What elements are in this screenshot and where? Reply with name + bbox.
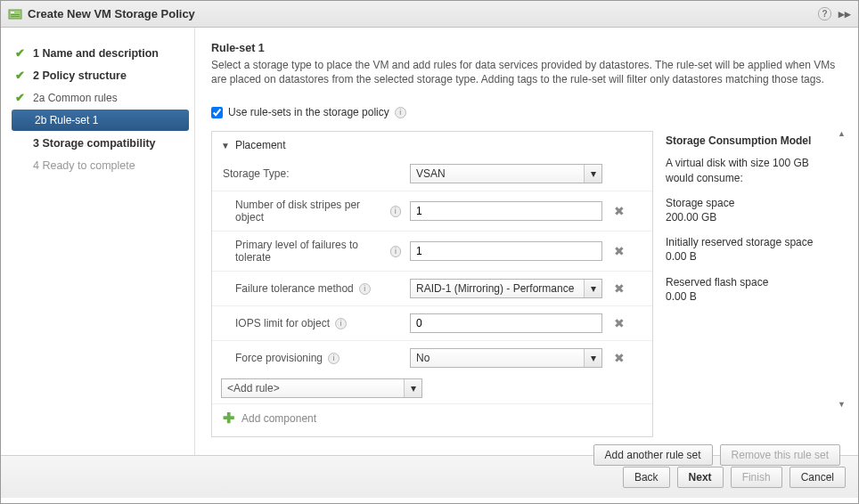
storage-consumption-panel: Storage Consumption Model A virtual disk… (666, 131, 842, 437)
content-heading: Rule-set 1 (211, 42, 842, 54)
add-component-row[interactable]: ✚ Add component (212, 403, 652, 433)
nav-label: 3 Storage compatibility (33, 137, 156, 150)
stripes-label: Number of disk stripes per object (235, 199, 385, 224)
info-icon[interactable]: i (328, 353, 340, 364)
section-title: Placement (235, 139, 286, 151)
use-rulesets-label: Use rule-sets in the storage policy (228, 106, 389, 118)
clear-icon[interactable]: ✖ (611, 243, 627, 259)
expand-icon[interactable]: ▸▸ (839, 7, 851, 20)
ftm-select[interactable]: RAID-1 (Mirroring) - Performance ▾ (410, 279, 602, 298)
title-bar: Create New VM Storage Policy ? ▸▸ (1, 1, 858, 28)
consume-reserved-value: 0.00 B (666, 250, 697, 263)
chevron-down-icon: ▾ (404, 379, 421, 397)
chevron-down-icon: ▾ (584, 280, 601, 297)
consume-space-value: 200.00 GB (666, 211, 716, 224)
consume-intro: A virtual disk with size 100 GB would co… (666, 156, 837, 184)
iops-input[interactable] (410, 313, 602, 333)
select-value: No (416, 352, 430, 364)
nav-step-4[interactable]: ✔ 4 Ready to complete (1, 154, 194, 176)
wizard-nav: ✔ 1 Name and description ✔ 2 Policy stru… (1, 28, 195, 455)
nav-label: 2a Common rules (33, 92, 118, 104)
nav-label: 1 Name and description (33, 47, 159, 60)
nav-label: 2b Rule-set 1 (35, 114, 98, 126)
info-icon[interactable]: i (395, 107, 406, 118)
disclosure-icon[interactable]: ▼ (221, 141, 230, 150)
finish-button: Finish (731, 467, 782, 488)
check-icon: ✔ (13, 46, 26, 60)
clear-icon[interactable]: ✖ (611, 350, 627, 366)
iops-label: IOPS limit for object (235, 317, 330, 329)
storage-type-label: Storage Type: (223, 167, 401, 180)
ftt-input[interactable] (410, 241, 602, 261)
chevron-down-icon: ▾ (584, 165, 601, 183)
help-icon[interactable]: ? (818, 7, 831, 20)
select-value: RAID-1 (Mirroring) - Performance (416, 282, 590, 295)
nav-step-2[interactable]: ✔ 2 Policy structure (1, 64, 194, 86)
force-select[interactable]: No ▾ (410, 348, 602, 368)
plus-icon: ✚ (223, 411, 234, 426)
check-icon: ✔ (13, 69, 26, 82)
storage-type-select[interactable]: VSAN ▾ (410, 164, 602, 183)
svg-rect-3 (11, 16, 20, 17)
add-component-label: Add component (241, 412, 316, 425)
nav-step-2b[interactable]: 2b Rule-set 1 (12, 110, 189, 131)
info-icon[interactable]: i (390, 246, 401, 257)
info-icon[interactable]: i (335, 318, 347, 329)
info-icon[interactable]: i (359, 283, 371, 295)
window-title: Create New VM Storage Policy (28, 7, 195, 20)
info-icon[interactable]: i (390, 206, 402, 217)
ftt-label: Primary level of failures to tolerate (235, 239, 385, 264)
scrollbar[interactable] (840, 131, 844, 407)
nav-step-2a[interactable]: ✔ 2a Common rules (1, 86, 194, 109)
add-rule-select[interactable]: <Add rule> ▾ (221, 378, 422, 398)
select-value: <Add rule> (227, 382, 280, 394)
consume-space-label: Storage space (666, 197, 734, 209)
svg-rect-1 (11, 12, 14, 13)
chevron-down-icon: ▾ (584, 349, 601, 367)
nav-step-3[interactable]: ✔ 3 Storage compatibility (1, 132, 194, 154)
consume-flash-label: Reserved flash space (666, 276, 768, 289)
check-icon: ✔ (13, 91, 26, 104)
consume-title: Storage Consumption Model (666, 134, 837, 147)
next-button[interactable]: Next (677, 467, 724, 488)
svg-rect-2 (11, 14, 20, 15)
clear-icon[interactable]: ✖ (611, 280, 627, 297)
consume-reserved-label: Initially reserved storage space (666, 236, 813, 248)
nav-label: 2 Policy structure (33, 69, 127, 82)
content-description: Select a storage type to place the VM an… (211, 58, 842, 86)
clear-icon[interactable]: ✖ (611, 203, 627, 219)
rules-panel: ▼ Placement Storage Type: VSAN ▾ Number … (211, 131, 653, 437)
consume-flash-value: 0.00 B (666, 290, 697, 303)
use-rulesets-checkbox[interactable] (211, 107, 223, 118)
nav-step-1[interactable]: ✔ 1 Name and description (1, 42, 194, 64)
ftm-label: Failure tolerance method (235, 282, 354, 295)
back-button[interactable]: Back (623, 467, 670, 488)
nav-label: 4 Ready to complete (33, 159, 135, 172)
cancel-button[interactable]: Cancel (789, 467, 846, 488)
policy-icon (8, 7, 22, 21)
select-value: VSAN (416, 167, 446, 180)
stripes-input[interactable] (410, 201, 602, 221)
force-label: Force provisioning (235, 352, 323, 364)
add-ruleset-button[interactable]: Add another rule set (593, 444, 713, 466)
clear-icon[interactable]: ✖ (611, 315, 627, 331)
remove-ruleset-button: Remove this rule set (720, 444, 840, 466)
